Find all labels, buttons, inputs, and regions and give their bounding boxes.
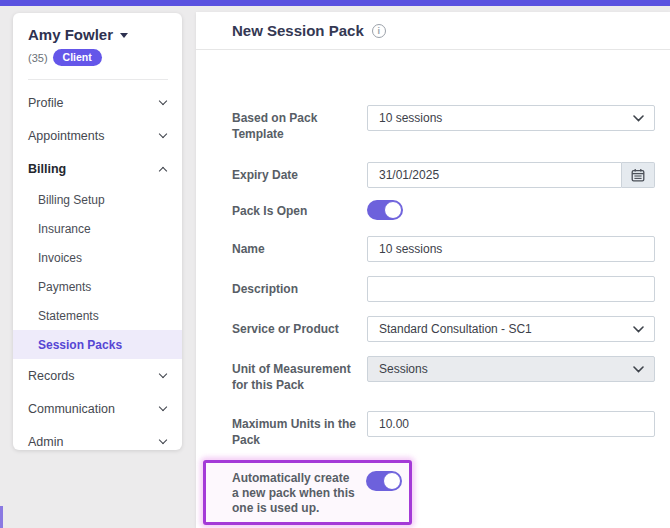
form-row-pack-is-open: Pack Is Open	[232, 200, 670, 220]
sidebar-item-label: Records	[28, 369, 75, 383]
toggle-knob	[383, 472, 401, 490]
sidebar-subitem-label: Billing Setup	[38, 193, 105, 207]
client-sidebar: Amy Fowler (35) Client Profile Appointme…	[13, 13, 182, 450]
chevron-down-icon	[159, 403, 167, 411]
sidebar-subitem-statements[interactable]: Statements	[28, 301, 168, 330]
based-on-pack-template-select[interactable]: 10 sessions	[367, 105, 655, 131]
chevron-down-icon	[633, 326, 644, 333]
service-or-product-select[interactable]: Standard Consultation - SC1	[367, 316, 655, 342]
form-row-based-on-pack-template: Based on Pack Template 10 sessions	[232, 105, 670, 142]
select-value: Standard Consultation - SC1	[379, 322, 532, 336]
window-edge-fragment	[0, 506, 3, 528]
highlight-annotation-box: Automatically create a new pack when thi…	[203, 460, 412, 525]
select-value: 10 sessions	[379, 111, 442, 125]
sidebar-subitem-session-packs[interactable]: Session Packs	[13, 330, 182, 359]
field-label: Name	[232, 236, 357, 257]
field-label: Maximum Units in the Pack	[232, 411, 357, 448]
field-label: Based on Pack Template	[232, 105, 357, 142]
field-label: Unit of Measurement for this Pack	[232, 356, 357, 393]
field-label: Expiry Date	[232, 162, 357, 183]
sidebar-subitem-label: Payments	[38, 280, 91, 294]
caret-down-icon	[120, 33, 128, 38]
auto-create-pack-toggle[interactable]	[366, 471, 402, 491]
sidebar-item-label: Communication	[28, 402, 115, 416]
sidebar-item-label: Appointments	[28, 129, 104, 143]
field-label: Automatically create a new pack when thi…	[232, 469, 358, 516]
sidebar-subitem-billing-setup[interactable]: Billing Setup	[28, 185, 168, 214]
field-label: Pack Is Open	[232, 200, 357, 219]
select-value: Sessions	[379, 362, 428, 376]
info-icon[interactable]: i	[372, 24, 386, 38]
sidebar-item-appointments[interactable]: Appointments	[28, 119, 168, 152]
sidebar-subitem-label: Statements	[38, 309, 99, 323]
sidebar-item-billing[interactable]: Billing	[28, 152, 168, 185]
sidebar-item-profile[interactable]: Profile	[28, 86, 168, 119]
field-label: Description	[232, 276, 357, 297]
sidebar-item-label: Profile	[28, 96, 63, 110]
sidebar-item-label: Admin	[28, 435, 63, 449]
client-name: Amy Fowler	[28, 26, 113, 43]
sidebar-subitem-payments[interactable]: Payments	[28, 272, 168, 301]
client-name-dropdown[interactable]: Amy Fowler	[28, 26, 168, 43]
sidebar-item-admin[interactable]: Admin	[28, 425, 168, 458]
session-pack-form: Based on Pack Template 10 sessions Expir…	[196, 50, 670, 525]
maximum-units-input[interactable]	[367, 411, 655, 437]
sidebar-item-label: Billing	[28, 162, 66, 176]
form-row-description: Description	[232, 276, 670, 302]
sidebar-subitem-label: Invoices	[38, 251, 82, 265]
form-row-service-or-product: Service or Product Standard Consultation…	[232, 316, 670, 342]
client-type-badge: Client	[53, 49, 102, 66]
page-title: New Session Pack	[232, 22, 364, 39]
form-row-name: Name	[232, 236, 670, 262]
chevron-down-icon	[159, 97, 167, 105]
chevron-up-icon	[159, 166, 167, 174]
description-input[interactable]	[367, 276, 655, 302]
calendar-button[interactable]	[622, 162, 655, 188]
sidebar-subitem-invoices[interactable]: Invoices	[28, 243, 168, 272]
unit-of-measurement-select[interactable]: Sessions	[367, 356, 655, 382]
chevron-down-icon	[633, 366, 644, 373]
chevron-down-icon	[159, 436, 167, 444]
pack-is-open-toggle[interactable]	[367, 200, 403, 220]
sidebar-subitem-label: Session Packs	[38, 338, 122, 352]
top-accent-bar	[0, 0, 670, 6]
form-row-maximum-units: Maximum Units in the Pack	[232, 411, 670, 448]
sidebar-subitem-insurance[interactable]: Insurance	[28, 214, 168, 243]
client-age: (35)	[28, 52, 48, 64]
field-label: Service or Product	[232, 316, 357, 337]
sidebar-subitem-label: Insurance	[38, 222, 91, 236]
sidebar-item-communication[interactable]: Communication	[28, 392, 168, 425]
toggle-knob	[384, 201, 402, 219]
form-row-unit-of-measurement: Unit of Measurement for this Pack Sessio…	[232, 356, 670, 393]
chevron-down-icon	[159, 130, 167, 138]
chevron-down-icon	[159, 370, 167, 378]
main-panel: New Session Pack i Based on Pack Templat…	[196, 12, 670, 528]
expiry-date-input[interactable]	[367, 162, 622, 188]
chevron-down-icon	[633, 115, 644, 122]
name-input[interactable]	[367, 236, 655, 262]
sidebar-item-records[interactable]: Records	[28, 359, 168, 392]
form-row-expiry-date: Expiry Date	[232, 162, 670, 188]
calendar-icon	[631, 168, 645, 182]
